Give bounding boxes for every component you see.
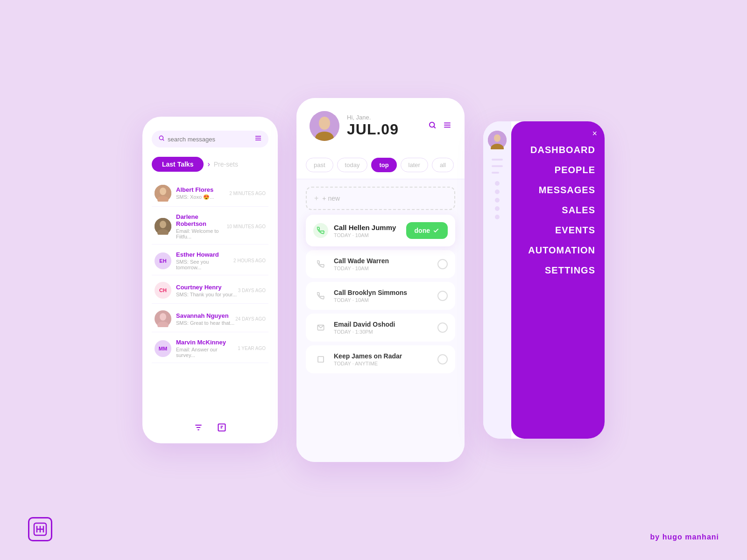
task-title: Call Brooklyn Simmons [334, 289, 432, 296]
msg-preview: SMS: Xoxo 😍... [176, 194, 229, 200]
user-info: Hi, Jane. JUL.09 [347, 114, 428, 138]
task-radio[interactable] [437, 259, 448, 269]
nav-item-settings[interactable]: SETTINGS [521, 265, 595, 276]
messages-panel: Last Talks › Pre-sets Albert Flores SMS:… [142, 117, 278, 443]
search-button[interactable] [428, 121, 437, 131]
menu-icon[interactable] [254, 134, 262, 144]
phone-icon [313, 288, 328, 303]
header-top: Hi, Jane. JUL.09 [310, 111, 451, 141]
nav-avatar [488, 131, 507, 149]
msg-content: Savannah Nguyen SMS: Great to hear that.… [176, 312, 235, 326]
task-details: Call Hellen Jummy TODAY · 10AM [334, 224, 401, 238]
task-item[interactable]: Call Brooklyn Simmons TODAY · 10AM [306, 282, 455, 310]
avatar: CH [155, 282, 171, 299]
task-details: Call Brooklyn Simmons TODAY · 10AM [334, 289, 432, 303]
nav-item-messages[interactable]: MESSAGES [521, 185, 595, 196]
msg-time: 1 YEAR AGO [238, 346, 266, 351]
small-dot [495, 189, 500, 194]
task-radio[interactable] [437, 322, 448, 333]
list-item[interactable]: Savannah Nguyen SMS: Great to hear that.… [152, 306, 268, 332]
small-dots [495, 181, 500, 219]
nav-panel: × DASHBOARD PEOPLE MESSAGES SALES EVENTS… [483, 121, 605, 439]
search-input[interactable] [168, 136, 251, 143]
canvas: Last Talks › Pre-sets Albert Flores SMS:… [0, 0, 747, 560]
msg-name: Darlene Robertson [176, 213, 227, 227]
task-title: Keep James on Radar [334, 352, 432, 360]
task-details: Email David Oshodi TODAY · 1:30PM [334, 321, 432, 335]
msg-preview: SMS: See you tomorrow... [176, 259, 233, 270]
msg-name: Esther Howard [176, 251, 233, 258]
search-bar[interactable] [152, 131, 268, 147]
phone-icon [313, 223, 328, 238]
list-item[interactable]: Albert Flores SMS: Xoxo 😍... 2 MINUTES A… [152, 180, 268, 207]
nav-item-events[interactable]: EVENTS [521, 225, 595, 236]
task-time: TODAY · 1:30PM [334, 329, 432, 335]
svg-rect-29 [318, 357, 324, 362]
msg-content: Esther Howard SMS: See you tomorrow... [176, 251, 233, 270]
msg-preview: Email: Answer our survey... [176, 347, 238, 358]
nav-item-people[interactable]: PEOPLE [521, 165, 595, 175]
task-time: TODAY · ANYTIME [334, 361, 432, 366]
task-time: TODAY · 10AM [334, 266, 432, 271]
hamburger-button[interactable] [443, 121, 451, 131]
new-task-label: + new [322, 195, 340, 202]
svg-line-24 [434, 126, 435, 128]
small-dot [495, 206, 500, 211]
done-button[interactable]: done [406, 222, 448, 239]
nav-item-dashboard[interactable]: DASHBOARD [521, 145, 595, 155]
menu-items: DASHBOARD PEOPLE MESSAGES SALES EVENTS A… [521, 145, 595, 276]
close-button[interactable]: × [592, 129, 597, 139]
filter-tabs: past today top later all [296, 150, 465, 179]
svg-point-0 [159, 136, 163, 140]
compose-button[interactable] [217, 423, 226, 434]
svg-point-6 [160, 188, 166, 195]
msg-time: 24 DAYS AGO [235, 316, 266, 322]
dot-line [492, 159, 503, 161]
small-dot [495, 181, 500, 186]
task-radio[interactable] [437, 291, 448, 301]
msg-preview: SMS: Great to hear that... [176, 320, 235, 326]
left-strip [483, 121, 511, 439]
task-title: Call Hellen Jummy [334, 224, 401, 231]
filter-button[interactable] [194, 423, 203, 434]
nav-item-sales[interactable]: SALES [521, 205, 595, 216]
msg-time: 2 MINUTES AGO [229, 191, 266, 196]
msg-preview: SMS: Thank you for your... [176, 292, 238, 297]
task-radio[interactable] [437, 354, 448, 364]
tab-top[interactable]: top [371, 158, 396, 172]
list-item[interactable]: CH Courtney Henry SMS: Thank you for you… [152, 277, 268, 304]
tab-past[interactable]: past [306, 158, 333, 172]
task-item[interactable]: Call Wade Warren TODAY · 10AM [306, 250, 455, 278]
dot-line [492, 165, 503, 167]
footer-credit: by hugo manhani [650, 533, 719, 541]
list-item[interactable]: EH Esther Howard SMS: See you tomorrow..… [152, 246, 268, 275]
task-item[interactable]: Email David Oshodi TODAY · 1:30PM [306, 314, 455, 342]
radar-icon [313, 352, 328, 367]
svg-point-21 [319, 117, 330, 130]
tab-later[interactable]: later [401, 158, 428, 172]
task-title: Call Wade Warren [334, 257, 432, 265]
list-item[interactable]: Darlene Robertson Email: Welcome to Fiit… [152, 209, 268, 245]
tab-today[interactable]: today [337, 158, 368, 172]
message-list: Albert Flores SMS: Xoxo 😍... 2 MINUTES A… [152, 180, 268, 416]
task-item-container: Call Hellen Jummy TODAY · 10AM done [306, 215, 455, 246]
task-header: Hi, Jane. JUL.09 [296, 98, 465, 150]
nav-item-automation[interactable]: AUTOMATION [521, 245, 595, 256]
tab-presets[interactable]: Pre-sets [214, 161, 238, 168]
msg-name: Savannah Nguyen [176, 312, 235, 319]
avatar: EH [155, 252, 171, 269]
svg-line-1 [163, 140, 164, 141]
msg-content: Darlene Robertson Email: Welcome to Fiit… [176, 213, 227, 239]
new-task-button[interactable]: + + new [306, 187, 455, 210]
tab-last-talks[interactable]: Last Talks [152, 157, 204, 172]
task-item-active[interactable]: Call Hellen Jummy TODAY · 10AM done [306, 215, 455, 246]
task-item[interactable]: Keep James on Radar TODAY · ANYTIME [306, 345, 455, 373]
bottom-actions [152, 416, 268, 434]
list-item[interactable]: MM Marvin McKinney Email: Answer our sur… [152, 334, 268, 363]
dot-line [492, 172, 499, 174]
small-dot [495, 198, 500, 203]
msg-content: Albert Flores SMS: Xoxo 😍... [176, 186, 229, 200]
msg-name: Albert Flores [176, 186, 229, 193]
footer-logo [28, 517, 52, 541]
tab-all[interactable]: all [432, 158, 454, 172]
